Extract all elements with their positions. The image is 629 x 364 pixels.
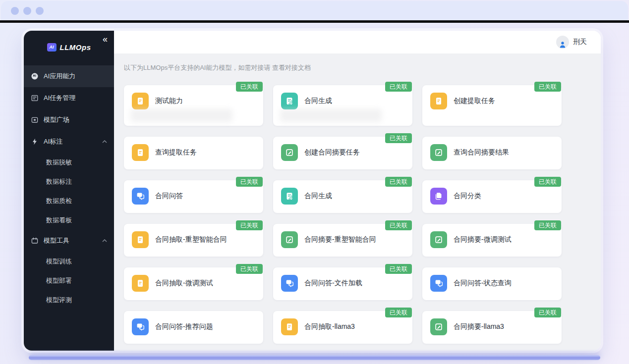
linked-status-badge: 已关联 (385, 177, 412, 187)
pen-icon (430, 231, 447, 248)
chevron-up-icon (102, 140, 107, 143)
card-title: 合同问答-推荐问题 (155, 322, 213, 331)
capability-card[interactable]: 合同摘要-重塑智能合同已关联 (273, 224, 412, 257)
card-title: 合同生成 (304, 97, 332, 105)
sidebar-subitem[interactable]: 数据标注 (24, 172, 114, 191)
sidebar-item-label: AI标注 (44, 137, 62, 146)
capability-card[interactable]: 合同问答-状态查询 (422, 267, 562, 300)
sidebar-item-model-tools[interactable]: 模型工具 (24, 230, 114, 252)
tools-icon (31, 237, 39, 245)
pen-icon (430, 144, 447, 161)
docs-link[interactable]: 查看对接文档 (272, 64, 311, 71)
sidebar-item-ai-task[interactable]: AI任务管理 (24, 87, 114, 109)
doc-edit-icon (281, 93, 298, 109)
capability-card[interactable]: 合同问答-文件加载已关联 (273, 267, 412, 300)
capability-card-grid: 测试能力已关联合同生成已关联创建提取任务已关联查询提取任务创建合同摘要任务已关联… (124, 85, 562, 344)
capability-card[interactable]: 合同摘要-llama3已关联 (422, 311, 562, 344)
card-head: 创建提取任务 (430, 93, 554, 109)
card-head: 合同摘要-llama3 (430, 318, 554, 335)
doc-icon (281, 318, 298, 335)
sidebar-subitem[interactable]: 数据看板 (24, 210, 114, 230)
doc-icon (132, 144, 149, 161)
capability-card[interactable]: 合同抽取-重塑智能合同已关联 (124, 224, 263, 257)
frame-divider (0, 20, 629, 23)
card-title: 合同摘要-微调测试 (454, 235, 512, 244)
doc-icon (132, 275, 149, 292)
capability-card[interactable]: 合同问答-推荐问题 (124, 311, 263, 344)
browser-topbar (1, 1, 628, 20)
card-head: 合同抽取-llama3 (281, 318, 404, 335)
window-control-dot[interactable] (11, 7, 19, 15)
sidebar-item-ai-app[interactable]: AI应用能力 (24, 65, 114, 87)
capability-card[interactable]: 合同生成已关联 (273, 85, 412, 126)
capability-card[interactable]: 合同问答已关联 (124, 180, 263, 213)
sidebar-item-ai-annotation[interactable]: AI标注 (24, 131, 114, 153)
content-column: 刑天 以下为LLMOps平台支持的AI能力模型，如需对接请 查看对接文档 测试能… (114, 31, 601, 351)
sidebar-nav: AI应用能力AI任务管理模型广场AI标注数据脱敏数据标注数据质检数据看板模型工具… (24, 65, 114, 351)
sidebar-subitem[interactable]: 数据质检 (24, 191, 114, 210)
capability-card[interactable]: 合同抽取-微调测试已关联 (124, 267, 263, 300)
card-title: 创建合同摘要任务 (304, 148, 360, 157)
chat-icon (281, 275, 298, 292)
blurred-description (280, 109, 382, 122)
copy-icon (430, 188, 447, 205)
window-control-dot[interactable] (23, 7, 31, 15)
card-head: 合同摘要-微调测试 (430, 231, 554, 248)
card-title: 合同摘要-llama3 (454, 322, 504, 331)
sidebar-item-model-square[interactable]: 模型广场 (24, 109, 114, 131)
capability-card[interactable]: 查询合同摘要结果 (422, 137, 562, 169)
capability-card[interactable]: 合同摘要-微调测试已关联 (422, 224, 562, 257)
main-content: 以下为LLMOps平台支持的AI能力模型，如需对接请 查看对接文档 测试能力已关… (114, 53, 601, 351)
chat-icon (132, 188, 149, 205)
bolt-icon (31, 138, 39, 146)
doc-icon (430, 93, 447, 109)
window-control-dot[interactable] (36, 7, 44, 15)
card-head: 查询提取任务 (132, 144, 255, 161)
capability-card[interactable]: 测试能力已关联 (124, 85, 263, 126)
card-head: 创建合同摘要任务 (281, 144, 404, 161)
card-head: 合同生成 (281, 93, 404, 109)
sidebar-subitem[interactable]: 数据脱敏 (24, 153, 114, 172)
card-title: 合同抽取-llama3 (304, 322, 355, 331)
sidebar-subitem[interactable]: 模型部署 (24, 271, 114, 290)
pen-icon (281, 144, 298, 161)
card-title: 合同问答 (155, 192, 183, 201)
sidebar-item-label: AI应用能力 (44, 72, 75, 81)
capability-card[interactable]: 合同分类已关联 (422, 180, 562, 213)
capability-card[interactable]: 合同抽取-llama3已关联 (273, 311, 412, 344)
card-head: 合同问答 (132, 188, 255, 205)
pen-icon (281, 231, 298, 248)
sidebar-subitem[interactable]: 模型评测 (24, 290, 114, 310)
card-title: 测试能力 (155, 97, 183, 105)
app-window: « AI LLMOps AI应用能力AI任务管理模型广场AI标注数据脱敏数据标注… (24, 31, 601, 351)
chat-icon (430, 275, 447, 292)
market-icon (31, 116, 39, 124)
collapse-sidebar-icon[interactable]: « (103, 35, 108, 44)
linked-status-badge: 已关联 (236, 220, 263, 230)
intro-text: 以下为LLMOps平台支持的AI能力模型，如需对接请 查看对接文档 (124, 63, 562, 72)
card-title: 合同摘要-重塑智能合同 (304, 235, 376, 244)
pen-icon (430, 318, 447, 335)
logo-ai-icon: AI (47, 43, 57, 52)
capability-card[interactable]: 查询提取任务 (124, 137, 263, 169)
device-base-bar (29, 355, 600, 360)
linked-status-badge: 已关联 (534, 220, 561, 230)
sidebar-subitem[interactable]: 模型训练 (24, 252, 114, 271)
linked-status-badge: 已关联 (385, 82, 412, 92)
sidebar-item-label: 模型工具 (44, 236, 69, 245)
user-avatar[interactable] (556, 36, 569, 49)
linked-status-badge: 已关联 (385, 308, 412, 317)
capability-card[interactable]: 合同生成已关联 (273, 180, 412, 213)
card-head: 合同问答-推荐问题 (132, 318, 255, 335)
card-title: 合同问答-文件加载 (304, 279, 362, 288)
card-title: 合同抽取-微调测试 (155, 279, 213, 288)
top-header: 刑天 (114, 31, 601, 53)
user-name[interactable]: 刑天 (573, 38, 587, 47)
capability-card[interactable]: 创建合同摘要任务已关联 (273, 137, 412, 169)
doc-icon (132, 231, 149, 248)
sidebar: « AI LLMOps AI应用能力AI任务管理模型广场AI标注数据脱敏数据标注… (24, 31, 114, 351)
doc-icon (132, 93, 149, 109)
card-head: 合同摘要-重塑智能合同 (281, 231, 404, 248)
card-title: 查询合同摘要结果 (454, 148, 509, 157)
capability-card[interactable]: 创建提取任务已关联 (422, 85, 562, 126)
